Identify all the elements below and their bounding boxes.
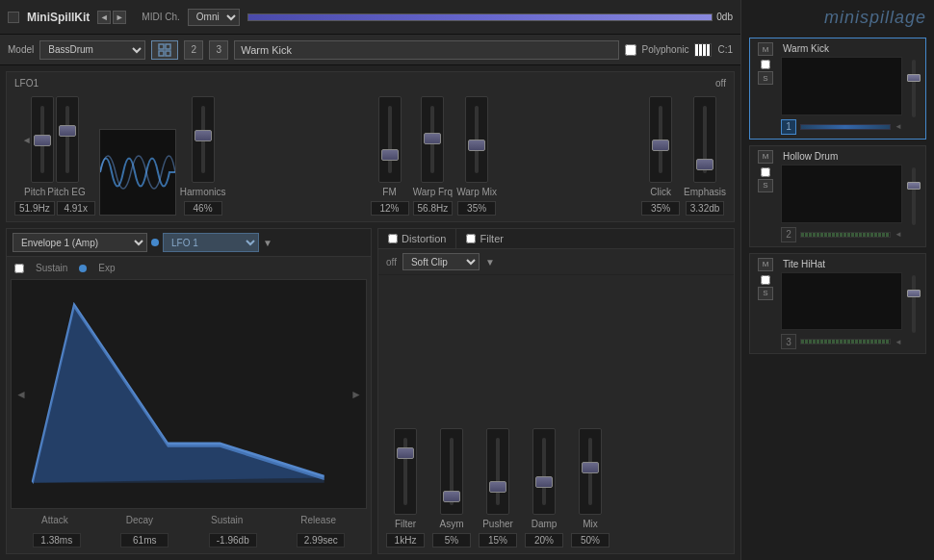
ch1-mute-button[interactable]: M: [758, 42, 773, 56]
decay-value: 61ms: [120, 533, 169, 547]
piano-icon: [694, 43, 712, 57]
env-right-arrow-icon[interactable]: ►: [350, 388, 362, 401]
env-left-arrow-icon[interactable]: ◄: [15, 388, 27, 401]
fader-arrow-icon: ◄: [22, 135, 32, 145]
asym-label: Asym: [440, 519, 464, 529]
pitch-group: ◄ Pitch Pitch EG: [14, 96, 95, 216]
envelope-type-select[interactable]: Envelope 1 (Amp): [13, 233, 147, 252]
warp-frq-fader[interactable]: [421, 96, 444, 183]
fm-group: FM 12%: [371, 96, 409, 216]
select-arrow-icon: ▼: [263, 238, 272, 248]
lfo-assign-select[interactable]: LFO 1: [163, 233, 259, 252]
emphasis-fader[interactable]: [693, 96, 716, 183]
ch2-fader[interactable]: [906, 150, 921, 242]
ch2-num-row: 2 ◄: [781, 227, 902, 242]
ch1-bar-end-icon: ◄: [895, 122, 902, 131]
filter-toggle[interactable]: Filter: [456, 229, 512, 248]
ch2-mute-button[interactable]: M: [758, 150, 773, 164]
model-select[interactable]: BassDrum HiHat Snare: [39, 40, 145, 60]
ch1-solo-button[interactable]: S: [758, 71, 773, 85]
ch3-level-bar: [800, 339, 891, 344]
pitch-value: 51.9Hz: [14, 201, 55, 216]
ch3-num[interactable]: 3: [781, 334, 796, 349]
polyphonic-checkbox[interactable]: [625, 44, 636, 56]
distortion-toggle[interactable]: Distortion: [378, 229, 456, 248]
sustain-checkbox[interactable]: [14, 264, 24, 273]
ch2-preset-name: Hollow Drum: [781, 150, 902, 163]
ch1-waveform: [781, 57, 902, 115]
ch3-fader[interactable]: [906, 258, 921, 350]
harmonics-fader[interactable]: [192, 96, 215, 183]
ch2-bar-end-icon: ◄: [895, 230, 902, 239]
sustain-value: -1.96db: [209, 533, 257, 547]
ch1-level-bar: [800, 124, 891, 130]
pitch-eg-fader[interactable]: [56, 96, 79, 183]
model-label: Model: [8, 44, 34, 55]
click-fader[interactable]: [649, 96, 672, 183]
asym-group: Asym 5%: [432, 428, 471, 547]
polyphonic-label: Polyphonic: [642, 44, 689, 55]
resize-button[interactable]: [151, 40, 178, 60]
dist-off-label: off: [386, 257, 397, 267]
fm-fader[interactable]: [378, 96, 402, 183]
channel-strip-3: M S Tite HiHat 3 ◄: [749, 253, 926, 355]
pitch-eg-label: Pitch EG: [47, 187, 85, 197]
pitch-fader[interactable]: ◄: [31, 96, 54, 183]
decay-label: Decay: [126, 515, 153, 525]
ch1-fader[interactable]: [906, 42, 921, 135]
power-checkbox[interactable]: [8, 12, 19, 23]
preset-name: Warm Kick: [234, 40, 618, 60]
ch1-controls: M S: [754, 42, 777, 135]
nav-arrows[interactable]: ◄ ►: [97, 11, 126, 24]
ch3-mute-button[interactable]: M: [758, 258, 773, 271]
volume-slider[interactable]: [247, 13, 713, 21]
ch1-name-area: Warm Kick 1 ◄: [781, 42, 902, 135]
warp-mix-value: 35%: [457, 201, 496, 216]
emphasis-label: Emphasis: [684, 187, 726, 197]
filter-checkbox[interactable]: [466, 234, 476, 243]
dist-arrow-icon[interactable]: ▼: [485, 257, 495, 267]
num-2-button[interactable]: 2: [184, 40, 203, 60]
num-3-button[interactable]: 3: [209, 40, 228, 60]
svg-rect-2: [159, 51, 164, 56]
click-label: Click: [650, 187, 671, 197]
damp-fader[interactable]: [532, 428, 556, 515]
mix-value: 50%: [571, 533, 610, 547]
pusher-fader[interactable]: [486, 428, 509, 515]
dist-filter-fader[interactable]: [394, 428, 417, 515]
next-arrow[interactable]: ►: [113, 11, 126, 24]
env-options: Sustain Exp: [11, 261, 367, 275]
ch2-checkbox[interactable]: [761, 167, 770, 177]
asym-value: 5%: [432, 533, 471, 547]
midi-channel-select[interactable]: Omni 123: [188, 9, 240, 26]
lfo-dot: [151, 239, 159, 246]
pusher-value: 15%: [479, 533, 517, 547]
ch1-num[interactable]: 1: [781, 119, 796, 135]
ch1-checkbox[interactable]: [761, 60, 770, 69]
svg-rect-0: [159, 44, 164, 49]
distortion-checkbox[interactable]: [388, 234, 398, 243]
release-value: 2.99sec: [297, 533, 345, 547]
brand-name: minispillage: [749, 8, 926, 28]
mix-fader[interactable]: [579, 428, 602, 515]
dist-filter-header: Distortion Filter: [378, 229, 734, 249]
channel-strip-1: M S Warm Kick 1 ◄: [749, 38, 926, 140]
ch3-checkbox[interactable]: [761, 275, 770, 285]
emphasis-value: 3.32db: [686, 201, 725, 216]
asym-fader[interactable]: [440, 428, 463, 515]
prev-arrow[interactable]: ◄: [97, 11, 111, 24]
ch3-solo-button[interactable]: S: [758, 287, 773, 300]
ch2-solo-button[interactable]: S: [758, 179, 773, 192]
sustain-opt-label: Sustain: [36, 263, 67, 273]
warp-mix-fader[interactable]: [465, 96, 488, 183]
warp-frq-label: Warp Frq: [413, 187, 453, 197]
volume-slider-container: 0db: [247, 12, 733, 22]
sliders-row: ◄ Pitch Pitch EG: [14, 96, 726, 216]
warp-frq-value: 56.8Hz: [413, 201, 454, 216]
mix-label: Mix: [583, 519, 598, 529]
dist-type-select[interactable]: Soft Clip Hard Clip Waveshape: [402, 253, 480, 270]
title-bar: MiniSpillKit ◄ ► MIDI Ch. Omni 123 0db: [0, 0, 740, 35]
channel-value: C:1: [717, 44, 733, 55]
bottom-section: Envelope 1 (Amp) LFO 1 ▼ Sustain: [6, 228, 735, 554]
ch2-num[interactable]: 2: [781, 227, 796, 242]
